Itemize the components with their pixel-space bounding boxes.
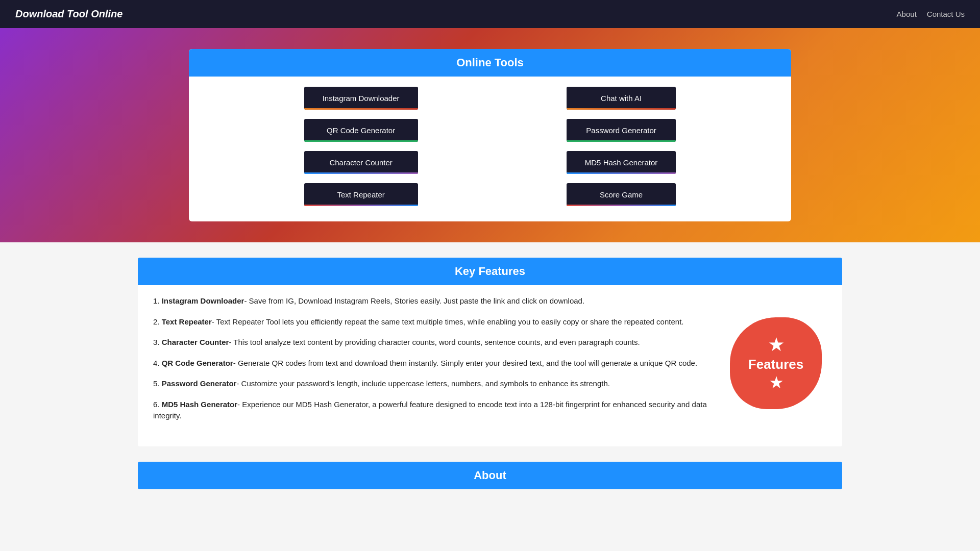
feature-item-1: 1. Instagram Downloader- Save from IG, D…: [153, 295, 715, 307]
feature-num-6: 6.: [153, 400, 160, 409]
features-badge: ★ Features ★: [730, 317, 822, 409]
feature-item-3: 3. Character Counter- This tool analyze …: [153, 337, 715, 348]
tools-grid: Instagram Downloader QR Code Generator C…: [189, 87, 791, 206]
instagram-downloader-button[interactable]: Instagram Downloader: [304, 87, 418, 110]
feature-num-1: 1.: [153, 296, 160, 305]
feature-num-2: 2.: [153, 317, 160, 326]
feature-num-5: 5.: [153, 379, 160, 388]
md5-hash-generator-button[interactable]: MD5 Hash Generator: [567, 151, 676, 174]
badge-star-top: ★: [769, 335, 783, 355]
score-game-button[interactable]: Score Game: [567, 183, 676, 206]
feature-item-2: 2. Text Repeater- Text Repeater Tool let…: [153, 316, 715, 328]
feature-sep-1: -: [244, 296, 249, 305]
features-section-body: 1. Instagram Downloader- Save from IG, D…: [138, 285, 842, 446]
navbar: Download Tool Online About Contact Us: [0, 0, 980, 28]
feature-item-5: 5. Password Generator- Customize your pa…: [153, 378, 715, 390]
feature-title-5: Password Generator: [162, 379, 237, 388]
features-section: Key Features 1. Instagram Downloader- Sa…: [138, 258, 842, 446]
nav-links: About Contact Us: [897, 10, 965, 18]
tools-card: Online Tools Instagram Downloader QR Cod…: [189, 49, 791, 221]
feature-title-1: Instagram Downloader: [162, 296, 244, 305]
character-counter-button[interactable]: Character Counter: [304, 151, 418, 174]
features-section-header: Key Features: [138, 258, 842, 285]
feature-sep-6: -: [237, 400, 242, 409]
nav-about[interactable]: About: [897, 10, 917, 18]
nav-contact[interactable]: Contact Us: [927, 10, 965, 18]
feature-num-3: 3.: [153, 338, 160, 346]
feature-desc-2: Text Repeater Tool lets you efficiently …: [216, 317, 684, 326]
feature-desc-4: Generate QR codes from text and download…: [238, 359, 697, 367]
feature-num-4: 4.: [153, 359, 160, 367]
feature-item-6: 6. MD5 Hash Generator- Experience our MD…: [153, 399, 715, 422]
features-badge-container: ★ Features ★: [725, 295, 827, 431]
feature-title-2: Text Repeater: [162, 317, 212, 326]
about-section: About: [138, 462, 842, 489]
badge-star-bottom: ★: [770, 374, 782, 391]
feature-title-4: QR Code Generator: [162, 359, 233, 367]
about-section-header: About: [138, 462, 842, 489]
tools-left-column: Instagram Downloader QR Code Generator C…: [304, 87, 418, 206]
feature-item-4: 4. QR Code Generator- Generate QR codes …: [153, 358, 715, 369]
brand-logo[interactable]: Download Tool Online: [15, 8, 122, 20]
tools-section-header: Online Tools: [189, 49, 791, 77]
feature-title-3: Character Counter: [162, 338, 229, 346]
feature-sep-4: -: [233, 359, 238, 367]
text-repeater-button[interactable]: Text Repeater: [304, 183, 418, 206]
chat-with-ai-button[interactable]: Chat with AI: [567, 87, 676, 110]
feature-sep-2: -: [212, 317, 216, 326]
features-list: 1. Instagram Downloader- Save from IG, D…: [153, 295, 715, 431]
feature-title-6: MD5 Hash Generator: [162, 400, 237, 409]
feature-sep-3: -: [229, 338, 233, 346]
feature-desc-1: Save from IG, Download Instagram Reels, …: [249, 296, 585, 305]
feature-sep-5: -: [236, 379, 241, 388]
qr-code-generator-button[interactable]: QR Code Generator: [304, 119, 418, 142]
password-generator-button[interactable]: Password Generator: [567, 119, 676, 142]
tools-right-column: Chat with AI Password Generator MD5 Hash…: [567, 87, 676, 206]
feature-desc-5: Customize your password's length, includ…: [241, 379, 610, 388]
feature-desc-3: This tool analyze text content by provid…: [233, 338, 640, 346]
badge-label: Features: [748, 357, 803, 372]
hero-background: Online Tools Instagram Downloader QR Cod…: [0, 28, 980, 242]
